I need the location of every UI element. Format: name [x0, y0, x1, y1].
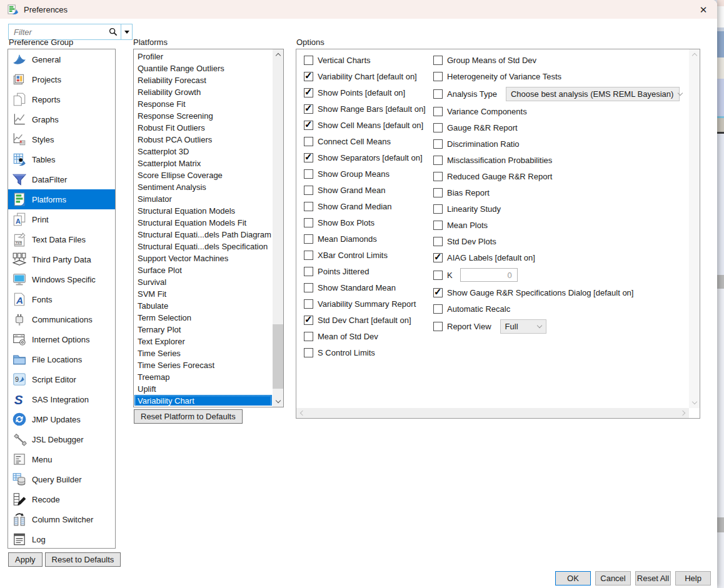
reset-platform-to-defaults-button[interactable]: Reset Platform to Defaults: [134, 409, 243, 424]
checkbox-s-control-limits[interactable]: [304, 348, 313, 357]
sidebar-item-column-switcher[interactable]: Column Switcher: [8, 509, 115, 529]
sidebar-item-communications[interactable]: Communications: [8, 309, 115, 329]
sidebar-item-graphs[interactable]: Graphs: [8, 109, 115, 129]
checkbox-variability-chart-default-on[interactable]: [304, 72, 313, 81]
scroll-left-icon[interactable]: [300, 411, 305, 416]
sidebar-item-log[interactable]: Log: [8, 529, 115, 549]
checkbox-show-grand-mean[interactable]: [304, 186, 313, 195]
platform-item-structural-equati-dels-path-diagram[interactable]: Structural Equati...dels Path Diagram: [134, 229, 272, 241]
platform-item-scatterplot-3d[interactable]: Scatterplot 3D: [134, 146, 272, 157]
platform-item-svm-fit[interactable]: SVM Fit: [134, 288, 272, 300]
checkbox-show-points-default-on[interactable]: [304, 88, 313, 97]
ok-button[interactable]: OK: [555, 571, 591, 586]
sidebar-item-file-locations[interactable]: File Locations: [8, 349, 115, 369]
checkbox-show-cell-means-default-on[interactable]: [304, 121, 313, 130]
checkbox-show-separators-default-on[interactable]: [304, 153, 313, 162]
sidebar-item-recode[interactable]: Recode: [8, 489, 115, 509]
checkbox-variability-summary-report[interactable]: [304, 299, 313, 309]
sidebar-item-general[interactable]: General: [8, 49, 115, 69]
scroll-up-icon[interactable]: [273, 49, 283, 60]
checkbox-variance-components[interactable]: [433, 107, 443, 116]
checkbox-k[interactable]: [433, 271, 443, 280]
analysis-type-dropdown[interactable]: Choose best analysis (EMS REML Bayesian): [506, 87, 680, 101]
platform-item-structural-equation-models-fit[interactable]: Structural Equation Models Fit: [134, 217, 272, 229]
sidebar-item-jmp-updates[interactable]: JMP Updates: [8, 409, 115, 429]
report-view-dropdown[interactable]: Full: [500, 319, 546, 334]
checkbox-gauge-r-r-report[interactable]: [433, 123, 443, 132]
checkbox-discrimination-ratio[interactable]: [433, 139, 443, 149]
checkbox-show-standard-mean[interactable]: [304, 283, 313, 292]
checkbox-group-means-of-std-dev[interactable]: [433, 56, 443, 65]
checkbox-reduced-gauge-r-r-report[interactable]: [433, 172, 443, 181]
checkbox-misclassification-probabilities[interactable]: [433, 156, 443, 165]
scroll-down-icon[interactable]: [273, 396, 283, 407]
platform-item-sentiment-analysis[interactable]: Sentiment Analysis: [134, 181, 272, 193]
sidebar-item-projects[interactable]: Projects: [8, 69, 115, 89]
checkbox-bias-report[interactable]: [433, 188, 443, 197]
checkbox-xbar-control-limits[interactable]: [304, 251, 313, 260]
checkbox-show-gauge-r-r-specifications-dialog-default-on[interactable]: [433, 288, 443, 297]
checkbox-mean-of-std-dev[interactable]: [304, 332, 313, 341]
checkbox-analysis-type[interactable]: [433, 89, 443, 99]
sidebar-item-third-party-data[interactable]: Third Party Data: [8, 249, 115, 269]
platform-item-robust-fit-outliers[interactable]: Robust Fit Outliers: [134, 122, 272, 134]
sidebar-item-windows-specific[interactable]: Windows Specific: [8, 269, 115, 289]
checkbox-mean-diamonds[interactable]: [304, 234, 313, 244]
platform-item-response-fit[interactable]: Response Fit: [134, 98, 272, 110]
checkbox-show-range-bars-default-on[interactable]: [304, 104, 313, 114]
sidebar-item-print[interactable]: APrint: [8, 209, 115, 229]
platform-scrollbar[interactable]: [273, 49, 283, 407]
close-icon[interactable]: ✕: [695, 2, 712, 17]
sidebar-item-internet-options[interactable]: Internet Options: [8, 329, 115, 349]
help-button[interactable]: Help: [675, 571, 711, 586]
sidebar-item-menu[interactable]: Menu: [8, 449, 115, 469]
platform-item-survival[interactable]: Survival: [134, 276, 272, 288]
platform-item-reliability-forecast[interactable]: Reliability Forecast: [134, 74, 272, 86]
platform-item-uplift[interactable]: Uplift: [134, 383, 272, 395]
platform-item-response-screening[interactable]: Response Screening: [134, 110, 272, 122]
platform-item-treemap[interactable]: Treemap: [134, 371, 272, 383]
platform-item-reliability-growth[interactable]: Reliability Growth: [134, 86, 272, 98]
filter-history-dropdown-button[interactable]: [121, 24, 132, 39]
platform-item-term-selection[interactable]: Term Selection: [134, 312, 272, 324]
sidebar-item-text-data-files[interactable]: .TXTText Data Files: [8, 229, 115, 249]
platform-scrollbar-thumb[interactable]: [273, 324, 283, 389]
checkbox-show-grand-median[interactable]: [304, 202, 313, 211]
checkbox-show-group-means[interactable]: [304, 169, 313, 179]
sidebar-item-jsl-debugger[interactable]: JSL Debugger: [8, 429, 115, 449]
apply-button[interactable]: Apply: [8, 552, 43, 567]
platform-item-surface-plot[interactable]: Surface Plot: [134, 264, 272, 276]
sidebar-item-sas-integration[interactable]: SSAS Integration: [8, 389, 115, 409]
cancel-button[interactable]: Cancel: [595, 571, 631, 586]
platform-item-structural-equati-dels-specification[interactable]: Structural Equati...dels Specification: [134, 241, 272, 252]
sidebar-item-tables[interactable]: Tables: [8, 149, 115, 169]
checkbox-points-jittered[interactable]: [304, 267, 313, 276]
scroll-right-icon[interactable]: [680, 411, 685, 416]
platform-item-scatterplot-matrix[interactable]: Scatterplot Matrix: [134, 157, 272, 169]
platform-item-text-explorer[interactable]: Text Explorer: [134, 336, 272, 347]
platform-item-robust-pca-outliers[interactable]: Robust PCA Outliers: [134, 134, 272, 146]
checkbox-show-box-plots[interactable]: [304, 218, 313, 227]
platform-item-time-series[interactable]: Time Series: [134, 347, 272, 359]
sidebar-item-script-editor[interactable]: 9Script Editor: [8, 369, 115, 389]
checkbox-heterogeneity-of-variance-tests[interactable]: [433, 72, 443, 81]
sidebar-item-datafilter[interactable]: DataFilter: [8, 169, 115, 189]
checkbox-linearity-study[interactable]: [433, 204, 443, 214]
checkbox-std-dev-chart-default-on[interactable]: [304, 316, 313, 325]
platform-item-simulator[interactable]: Simulator: [134, 193, 272, 205]
platform-item-time-series-forecast[interactable]: Time Series Forecast: [134, 359, 272, 371]
platform-item-tabulate[interactable]: Tabulate: [134, 300, 272, 312]
platform-item-structural-equation-models[interactable]: Structural Equation Models: [134, 205, 272, 217]
checkbox-automatic-recalc[interactable]: [433, 304, 443, 314]
reset-all-button[interactable]: Reset All: [635, 571, 671, 586]
scroll-down-icon[interactable]: [689, 397, 700, 408]
checkbox-vertical-charts[interactable]: [304, 56, 313, 65]
sidebar-item-query-builder[interactable]: Query Builder: [8, 469, 115, 489]
platform-item-ternary-plot[interactable]: Ternary Plot: [134, 324, 272, 336]
checkbox-aiag-labels-default-on[interactable]: [433, 253, 443, 262]
reset-to-defaults-button[interactable]: Reset to Defaults: [45, 552, 121, 567]
checkbox-std-dev-plots[interactable]: [433, 237, 443, 246]
platform-item-quantile-range-outliers[interactable]: Quantile Range Outliers: [134, 62, 272, 74]
options-vertical-scrollbar[interactable]: [689, 49, 700, 408]
platform-item-profiler[interactable]: Profiler: [134, 51, 272, 62]
